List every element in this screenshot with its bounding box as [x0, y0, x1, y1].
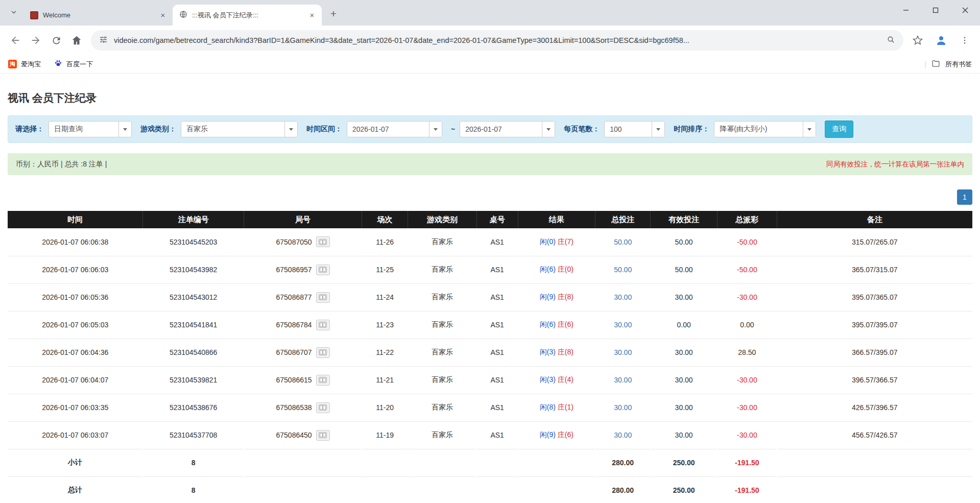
- column-header: 时间: [8, 211, 142, 228]
- cell-time: 2026-01-07 06:05:03: [8, 311, 142, 339]
- url-text: videoie.com/game/betrecord_search/kind3?…: [114, 36, 880, 44]
- site-info-icon[interactable]: [99, 35, 108, 46]
- back-button[interactable]: [5, 30, 26, 51]
- chevron-down-icon: [542, 122, 555, 137]
- bookmark-aitaobao[interactable]: 淘 爱淘宝: [8, 60, 41, 69]
- cell-table-no: AS1: [476, 283, 518, 311]
- round-detail-icon[interactable]: [316, 292, 330, 303]
- table-row: 2026-01-07 06:03:07523104537708675086450…: [8, 421, 972, 449]
- minimize-button[interactable]: [891, 0, 921, 20]
- cell-valid-bet: 30.00: [651, 394, 717, 421]
- menu-kebab-icon[interactable]: [954, 30, 975, 51]
- round-detail-icon[interactable]: [316, 402, 330, 413]
- close-button[interactable]: [950, 0, 980, 20]
- footer-valid-bet: 250.00: [651, 476, 717, 503]
- chevron-down-icon: [284, 122, 297, 137]
- cell-bet-id: 523104537708: [142, 421, 244, 449]
- cell-table-no: AS1: [476, 421, 518, 449]
- query-type-select[interactable]: 日期查询: [49, 121, 132, 137]
- cell-payout: -30.00: [717, 366, 777, 394]
- refresh-button[interactable]: [46, 30, 66, 51]
- cell-session: 11-22: [362, 339, 408, 366]
- cell-result: 闲(6) 庄(0): [518, 256, 595, 283]
- page-number-button[interactable]: 1: [957, 189, 972, 205]
- zoom-icon[interactable]: [887, 35, 895, 46]
- cell-payout: -30.00: [717, 394, 777, 421]
- date-end-select[interactable]: 2026-01-07: [460, 121, 555, 137]
- round-detail-icon[interactable]: [316, 347, 330, 358]
- footer-count: 8: [142, 449, 244, 476]
- tab-close-icon[interactable]: ×: [307, 11, 317, 20]
- cell-valid-bet: 30.00: [651, 283, 717, 311]
- currency-summary: 币别：人民币 | 总共 :8 注单 |: [16, 160, 107, 169]
- folder-icon: [931, 59, 940, 69]
- cell-game-type: 百家乐: [408, 394, 476, 421]
- new-tab-button[interactable]: +: [326, 6, 341, 21]
- search-button[interactable]: 查询: [825, 121, 853, 138]
- tab-welcome[interactable]: Welcome ×: [23, 5, 173, 26]
- round-detail-icon[interactable]: [316, 320, 330, 330]
- cell-total-bet: 30.00: [595, 394, 651, 421]
- game-type-select[interactable]: 百家乐: [181, 121, 298, 137]
- cell-note: 395.07/365.07: [777, 283, 972, 311]
- cell-game-type: 百家乐: [408, 366, 476, 394]
- cell-result: 闲(0) 庄(7): [518, 228, 595, 256]
- cell-time: 2026-01-07 06:04:36: [8, 339, 142, 366]
- baidu-paw-icon: [54, 59, 62, 69]
- profile-avatar-icon[interactable]: [931, 30, 951, 51]
- filter-label-sort: 时间排序：: [674, 125, 709, 134]
- cell-note: 456.57/426.57: [777, 421, 972, 449]
- round-detail-icon[interactable]: [316, 375, 330, 386]
- taobao-icon: 淘: [8, 60, 17, 68]
- chevron-down-icon: [118, 122, 131, 137]
- cell-note: 396.57/366.57: [777, 366, 972, 394]
- cell-payout: 28.50: [717, 339, 777, 366]
- footer-count: 8: [142, 476, 244, 503]
- all-bookmarks[interactable]: | 所有书签: [924, 59, 972, 69]
- footer-valid-bet: 250.00: [651, 449, 717, 476]
- url-bar[interactable]: videoie.com/game/betrecord_search/kind3?…: [91, 30, 903, 51]
- cell-payout: -30.00: [717, 283, 777, 311]
- table-body: 2026-01-07 06:06:38523104545203675087050…: [8, 228, 972, 503]
- table-row: 2026-01-07 06:03:35523104538676675086538…: [8, 394, 972, 421]
- column-header: 总派彩: [717, 211, 777, 228]
- cell-note: 315.07/265.07: [777, 228, 972, 256]
- cell-table-no: AS1: [476, 366, 518, 394]
- round-detail-icon[interactable]: [316, 265, 330, 275]
- browser-toolbar: videoie.com/game/betrecord_search/kind3?…: [0, 26, 980, 55]
- cell-result: 闲(9) 庄(8): [518, 283, 595, 311]
- cell-result: 闲(3) 庄(8): [518, 339, 595, 366]
- tab-betrecord[interactable]: :::视讯 会员下注纪录::: ×: [173, 5, 322, 26]
- cell-valid-bet: 50.00: [651, 228, 717, 256]
- tab-close-icon[interactable]: ×: [158, 11, 168, 20]
- chevron-down-icon: [429, 122, 442, 137]
- table-footer-row: 小计8280.00250.00-191.50: [8, 449, 972, 476]
- table-row: 2026-01-07 06:06:03523104543982675086957…: [8, 256, 972, 283]
- cell-total-bet: 30.00: [595, 311, 651, 339]
- cell-valid-bet: 50.00: [651, 256, 717, 283]
- tab-title: Welcome: [43, 11, 154, 19]
- cell-time: 2026-01-07 06:03:35: [8, 394, 142, 421]
- cell-bet-id: 523104543982: [142, 256, 244, 283]
- column-header: 结果: [518, 211, 595, 228]
- page-size-select[interactable]: 100: [604, 121, 665, 137]
- filter-bar: 请选择： 日期查询 游戏类别： 百家乐 时间区间： 2026-01-07 ~ 2…: [8, 115, 972, 143]
- date-start-select[interactable]: 2026-01-07: [347, 121, 442, 137]
- round-detail-icon[interactable]: [316, 236, 330, 247]
- maximize-button[interactable]: [921, 0, 950, 20]
- bookmark-star-icon[interactable]: [907, 30, 928, 51]
- cell-round-id: 675086957: [244, 256, 362, 283]
- home-button[interactable]: [66, 30, 87, 51]
- cell-result: 闲(3) 庄(4): [518, 366, 595, 394]
- sort-order-select[interactable]: 降幂(由大到小): [714, 121, 816, 137]
- table-row: 2026-01-07 06:04:07523104539821675086615…: [8, 366, 972, 394]
- round-detail-icon[interactable]: [316, 430, 330, 441]
- forward-button[interactable]: [26, 30, 46, 51]
- bookmark-baidu[interactable]: 百度一下: [54, 59, 93, 69]
- pagination-top: 1: [8, 189, 972, 205]
- table-row: 2026-01-07 06:05:36523104543012675086877…: [8, 283, 972, 311]
- page-title: 视讯 会员下注纪录: [8, 91, 972, 105]
- footer-total-bet: 280.00: [595, 449, 651, 476]
- tab-search-button[interactable]: [6, 6, 21, 21]
- column-header: 备注: [777, 211, 972, 228]
